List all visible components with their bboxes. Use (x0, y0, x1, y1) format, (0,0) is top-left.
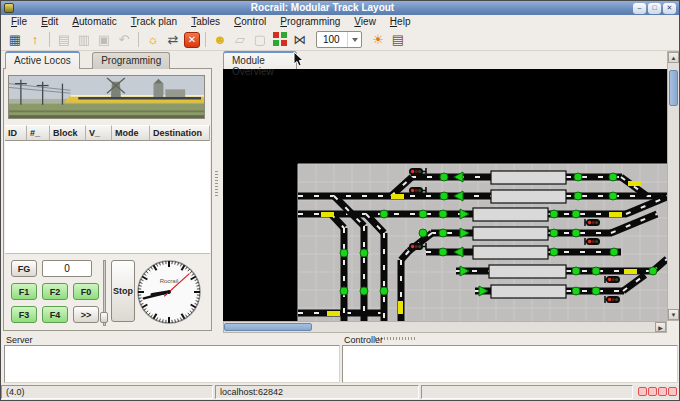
block[interactable] (491, 171, 566, 184)
vertical-splitter[interactable] (212, 51, 221, 333)
print-icon: ▥ (75, 31, 93, 49)
function-button-F3[interactable]: F3 (11, 306, 37, 323)
occupied-segment[interactable] (321, 212, 334, 217)
column-header-[interactable]: #_ (27, 125, 50, 141)
fg-button[interactable]: FG (11, 260, 37, 277)
loco-driver-icon[interactable]: ☻ (211, 31, 229, 49)
function-button-next[interactable]: >> (73, 306, 99, 323)
function-button-F0[interactable]: F0 (73, 283, 99, 300)
stop-button[interactable]: Stop (111, 260, 135, 322)
occupied-segment[interactable] (391, 194, 404, 199)
function-button-F1[interactable]: F1 (11, 283, 37, 300)
sensor-dot[interactable] (439, 229, 447, 237)
sensor-dot[interactable] (592, 287, 600, 295)
menu-programming[interactable]: Programming (273, 15, 347, 29)
speed-slider[interactable] (100, 260, 108, 326)
column-header-mode[interactable]: Mode (112, 125, 150, 141)
block[interactable] (473, 227, 548, 240)
sensor-dot[interactable] (440, 173, 448, 181)
loco-list[interactable] (5, 141, 210, 254)
speed-slider-handle[interactable] (100, 312, 108, 323)
tab-programming[interactable]: Programming (92, 52, 170, 69)
menu-edit[interactable]: Edit (34, 15, 65, 29)
block[interactable] (491, 190, 566, 203)
column-header-destination[interactable]: Destination (150, 125, 210, 141)
column-header-v[interactable]: V_ (86, 125, 112, 141)
block[interactable] (489, 265, 566, 278)
sensor-dot[interactable] (340, 287, 348, 295)
zoom-level-select[interactable]: 100 (316, 31, 362, 48)
track-plan-canvas[interactable] (223, 69, 667, 321)
sensor-dot[interactable] (574, 173, 582, 181)
sensor-dot[interactable] (440, 192, 448, 200)
sensor-dot[interactable] (609, 192, 617, 200)
swap-direction-icon[interactable]: ⇄ (164, 31, 182, 49)
horizontal-scrollbar[interactable]: ▶ (223, 321, 667, 333)
sun-icon[interactable]: ☀ (369, 31, 387, 49)
sensor-dot[interactable] (550, 229, 558, 237)
sensor-dot[interactable] (610, 248, 618, 256)
blocks-icon[interactable] (271, 31, 289, 49)
sensor-dot[interactable] (550, 210, 558, 218)
sensor-dot[interactable] (380, 210, 388, 218)
controller-log[interactable] (342, 345, 678, 383)
sensor-dot[interactable] (380, 287, 388, 295)
occupied-segment[interactable] (398, 301, 403, 314)
chevron-down-icon[interactable] (347, 32, 361, 47)
emergency-stop-icon[interactable]: ✕ (184, 32, 200, 48)
scroll-up-icon[interactable]: ▲ (668, 52, 679, 63)
vertical-scrollbar[interactable]: ▲ ▼ (667, 51, 680, 321)
tab-active-locos[interactable]: Active Locos (5, 51, 80, 69)
sensor-dot[interactable] (574, 192, 582, 200)
occupied-segment[interactable] (327, 311, 340, 316)
sensor-dot[interactable] (419, 210, 427, 218)
up-arrow-icon[interactable]: ↑ (26, 31, 44, 49)
sensor-dot[interactable] (572, 210, 580, 218)
sensor-dot[interactable] (592, 267, 600, 275)
sensor-dot[interactable] (572, 229, 580, 237)
sensor-dot[interactable] (360, 287, 368, 295)
server-log[interactable] (4, 345, 340, 383)
sensor-dot[interactable] (572, 287, 580, 295)
occupied-segment[interactable] (628, 181, 641, 186)
column-header-id[interactable]: ID (5, 125, 27, 141)
menu-track-plan[interactable]: Track plan (124, 15, 184, 29)
sensor-dot[interactable] (609, 173, 617, 181)
close-button[interactable]: ✕ (663, 3, 676, 14)
menu-file[interactable]: File (4, 15, 34, 29)
occupied-segment[interactable] (609, 212, 622, 217)
function-button-F2[interactable]: F2 (42, 283, 68, 300)
modules-icon[interactable]: ⋈ (291, 31, 309, 49)
sensor-dot[interactable] (419, 229, 427, 237)
tab-module-overview[interactable]: Module Overview (223, 51, 297, 69)
scroll-down-icon[interactable]: ▼ (668, 309, 679, 320)
speed-field[interactable]: 0 (42, 260, 92, 277)
menu-automatic[interactable]: Automatic (65, 15, 123, 29)
sensor-dot[interactable] (439, 210, 447, 218)
minimize-button[interactable]: – (633, 3, 646, 14)
power-lamp-icon[interactable]: ☼ (144, 31, 162, 49)
vertical-scroll-thumb[interactable] (669, 70, 678, 106)
maximize-button[interactable]: □ (648, 3, 661, 14)
column-header-block[interactable]: Block (50, 125, 86, 141)
sensor-dot[interactable] (550, 248, 558, 256)
menu-tables[interactable]: Tables (184, 15, 227, 29)
notebook-icon[interactable]: ▤ (389, 31, 407, 49)
sensor-dot[interactable] (439, 248, 447, 256)
horizontal-splitter[interactable] (1, 333, 680, 344)
menu-help[interactable]: Help (383, 15, 418, 29)
horizontal-scroll-thumb[interactable] (224, 323, 312, 331)
sensor-dot[interactable] (360, 249, 368, 257)
occupied-segment[interactable] (624, 269, 637, 274)
function-button-F4[interactable]: F4 (42, 306, 68, 323)
scroll-right-icon[interactable]: ▶ (655, 322, 666, 332)
menu-control[interactable]: Control (227, 15, 273, 29)
sensor-dot[interactable] (340, 249, 348, 257)
block[interactable] (473, 246, 548, 259)
open-workspace-icon[interactable]: ▦ (6, 31, 24, 49)
block[interactable] (473, 208, 548, 221)
sensor-dot[interactable] (649, 267, 657, 275)
sensor-dot[interactable] (572, 267, 580, 275)
block[interactable] (491, 285, 566, 298)
menu-view[interactable]: View (347, 15, 383, 29)
